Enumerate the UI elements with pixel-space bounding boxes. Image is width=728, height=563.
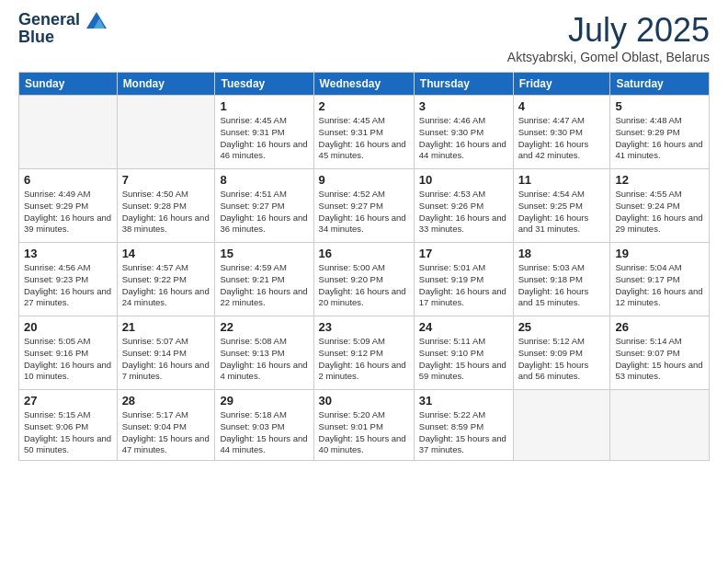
day-cell: 18Sunrise: 5:03 AM Sunset: 9:18 PM Dayli…: [513, 243, 610, 316]
day-number: 17: [419, 247, 508, 260]
day-cell: 9Sunrise: 4:52 AM Sunset: 9:27 PM Daylig…: [313, 169, 414, 243]
page-header: General Blue July 2025 Aktsyabrski, Gome…: [0, 0, 728, 72]
day-cell: 30Sunrise: 5:20 AM Sunset: 9:01 PM Dayli…: [313, 390, 414, 461]
day-cell: 25Sunrise: 5:12 AM Sunset: 9:09 PM Dayli…: [513, 316, 610, 390]
day-info: Sunrise: 4:46 AM Sunset: 9:30 PM Dayligh…: [419, 115, 508, 162]
day-cell: 4Sunrise: 4:47 AM Sunset: 9:30 PM Daylig…: [513, 96, 610, 169]
day-info: Sunrise: 5:11 AM Sunset: 9:10 PM Dayligh…: [419, 336, 508, 383]
day-info: Sunrise: 5:04 AM Sunset: 9:17 PM Dayligh…: [615, 262, 704, 309]
day-number: 25: [518, 320, 606, 334]
day-info: Sunrise: 5:20 AM Sunset: 9:01 PM Dayligh…: [319, 409, 409, 456]
day-cell: 5Sunrise: 4:48 AM Sunset: 9:29 PM Daylig…: [610, 96, 710, 169]
day-number: 8: [220, 173, 308, 187]
day-header-thursday: Thursday: [414, 73, 513, 96]
day-info: Sunrise: 5:22 AM Sunset: 8:59 PM Dayligh…: [419, 409, 508, 456]
day-cell: 24Sunrise: 5:11 AM Sunset: 9:10 PM Dayli…: [414, 316, 513, 390]
day-number: 2: [319, 99, 409, 113]
logo-icon: [86, 12, 107, 29]
day-header-monday: Monday: [117, 73, 215, 96]
day-info: Sunrise: 4:55 AM Sunset: 9:24 PM Dayligh…: [615, 189, 704, 236]
day-cell: 6Sunrise: 4:49 AM Sunset: 9:29 PM Daylig…: [19, 169, 118, 243]
day-cell: [513, 390, 610, 461]
day-info: Sunrise: 4:51 AM Sunset: 9:27 PM Dayligh…: [220, 189, 308, 236]
day-number: 31: [419, 394, 508, 408]
day-info: Sunrise: 5:15 AM Sunset: 9:06 PM Dayligh…: [24, 409, 112, 456]
day-number: 24: [419, 320, 508, 334]
day-cell: 16Sunrise: 5:00 AM Sunset: 9:20 PM Dayli…: [313, 243, 414, 316]
day-number: 1: [220, 99, 308, 113]
logo: General Blue: [18, 11, 107, 47]
day-number: 27: [24, 394, 112, 408]
logo-blue: Blue: [18, 28, 107, 47]
day-number: 7: [122, 173, 210, 187]
day-number: 26: [615, 320, 704, 334]
day-number: 9: [319, 173, 409, 187]
day-header-wednesday: Wednesday: [313, 73, 414, 96]
day-cell: 22Sunrise: 5:08 AM Sunset: 9:13 PM Dayli…: [215, 316, 313, 390]
day-info: Sunrise: 4:52 AM Sunset: 9:27 PM Dayligh…: [319, 189, 409, 236]
day-number: 22: [220, 320, 308, 334]
title-block: July 2025 Aktsyabrski, Gomel Oblast, Bel…: [507, 11, 710, 64]
day-header-tuesday: Tuesday: [215, 73, 313, 96]
day-info: Sunrise: 5:07 AM Sunset: 9:14 PM Dayligh…: [122, 336, 210, 383]
day-info: Sunrise: 5:03 AM Sunset: 9:18 PM Dayligh…: [518, 262, 606, 309]
day-info: Sunrise: 5:05 AM Sunset: 9:16 PM Dayligh…: [24, 336, 112, 383]
day-cell: 14Sunrise: 4:57 AM Sunset: 9:22 PM Dayli…: [117, 243, 215, 316]
day-cell: [117, 96, 215, 169]
day-number: 11: [518, 173, 606, 187]
day-number: 10: [419, 173, 508, 187]
day-number: 29: [220, 394, 308, 408]
day-cell: 29Sunrise: 5:18 AM Sunset: 9:03 PM Dayli…: [215, 390, 313, 461]
day-number: 6: [24, 173, 112, 187]
day-cell: 31Sunrise: 5:22 AM Sunset: 8:59 PM Dayli…: [414, 390, 513, 461]
sub-title: Aktsyabrski, Gomel Oblast, Belarus: [507, 50, 710, 64]
day-number: 21: [122, 320, 210, 334]
day-cell: 2Sunrise: 4:45 AM Sunset: 9:31 PM Daylig…: [313, 96, 414, 169]
day-info: Sunrise: 4:54 AM Sunset: 9:25 PM Dayligh…: [518, 189, 606, 236]
day-number: 3: [419, 99, 508, 113]
day-number: 20: [24, 320, 112, 334]
day-number: 23: [319, 320, 409, 334]
day-cell: 8Sunrise: 4:51 AM Sunset: 9:27 PM Daylig…: [215, 169, 313, 243]
day-header-saturday: Saturday: [610, 73, 710, 96]
day-info: Sunrise: 4:45 AM Sunset: 9:31 PM Dayligh…: [220, 115, 308, 162]
day-info: Sunrise: 4:47 AM Sunset: 9:30 PM Dayligh…: [518, 115, 606, 162]
day-cell: 17Sunrise: 5:01 AM Sunset: 9:19 PM Dayli…: [414, 243, 513, 316]
day-cell: 28Sunrise: 5:17 AM Sunset: 9:04 PM Dayli…: [117, 390, 215, 461]
day-cell: [610, 390, 710, 461]
day-cell: 20Sunrise: 5:05 AM Sunset: 9:16 PM Dayli…: [19, 316, 118, 390]
day-number: 28: [122, 394, 210, 408]
day-number: 5: [615, 99, 704, 113]
day-info: Sunrise: 4:50 AM Sunset: 9:28 PM Dayligh…: [122, 189, 210, 236]
day-cell: [19, 96, 118, 169]
day-info: Sunrise: 4:53 AM Sunset: 9:26 PM Dayligh…: [419, 189, 508, 236]
day-info: Sunrise: 5:00 AM Sunset: 9:20 PM Dayligh…: [319, 262, 409, 309]
day-info: Sunrise: 5:18 AM Sunset: 9:03 PM Dayligh…: [220, 409, 308, 456]
day-header-sunday: Sunday: [19, 73, 118, 96]
day-number: 15: [220, 247, 308, 260]
day-info: Sunrise: 4:57 AM Sunset: 9:22 PM Dayligh…: [122, 262, 210, 309]
calendar-table: SundayMondayTuesdayWednesdayThursdayFrid…: [18, 72, 710, 461]
day-info: Sunrise: 5:14 AM Sunset: 9:07 PM Dayligh…: [615, 336, 704, 383]
day-info: Sunrise: 5:08 AM Sunset: 9:13 PM Dayligh…: [220, 336, 308, 383]
day-cell: 7Sunrise: 4:50 AM Sunset: 9:28 PM Daylig…: [117, 169, 215, 243]
day-header-friday: Friday: [513, 73, 610, 96]
day-number: 16: [319, 247, 409, 260]
day-number: 14: [122, 247, 210, 260]
day-number: 18: [518, 247, 606, 260]
day-info: Sunrise: 4:59 AM Sunset: 9:21 PM Dayligh…: [220, 262, 308, 309]
day-cell: 21Sunrise: 5:07 AM Sunset: 9:14 PM Dayli…: [117, 316, 215, 390]
day-info: Sunrise: 4:48 AM Sunset: 9:29 PM Dayligh…: [615, 115, 704, 162]
day-cell: 23Sunrise: 5:09 AM Sunset: 9:12 PM Dayli…: [313, 316, 414, 390]
day-cell: 19Sunrise: 5:04 AM Sunset: 9:17 PM Dayli…: [610, 243, 710, 316]
day-cell: 15Sunrise: 4:59 AM Sunset: 9:21 PM Dayli…: [215, 243, 313, 316]
day-cell: 27Sunrise: 5:15 AM Sunset: 9:06 PM Dayli…: [19, 390, 118, 461]
day-info: Sunrise: 5:09 AM Sunset: 9:12 PM Dayligh…: [319, 336, 409, 383]
day-cell: 1Sunrise: 4:45 AM Sunset: 9:31 PM Daylig…: [215, 96, 313, 169]
day-number: 19: [615, 247, 704, 260]
day-info: Sunrise: 4:45 AM Sunset: 9:31 PM Dayligh…: [319, 115, 409, 162]
day-cell: 26Sunrise: 5:14 AM Sunset: 9:07 PM Dayli…: [610, 316, 710, 390]
day-info: Sunrise: 4:49 AM Sunset: 9:29 PM Dayligh…: [24, 189, 112, 236]
day-cell: 10Sunrise: 4:53 AM Sunset: 9:26 PM Dayli…: [414, 169, 513, 243]
day-number: 30: [319, 394, 409, 408]
